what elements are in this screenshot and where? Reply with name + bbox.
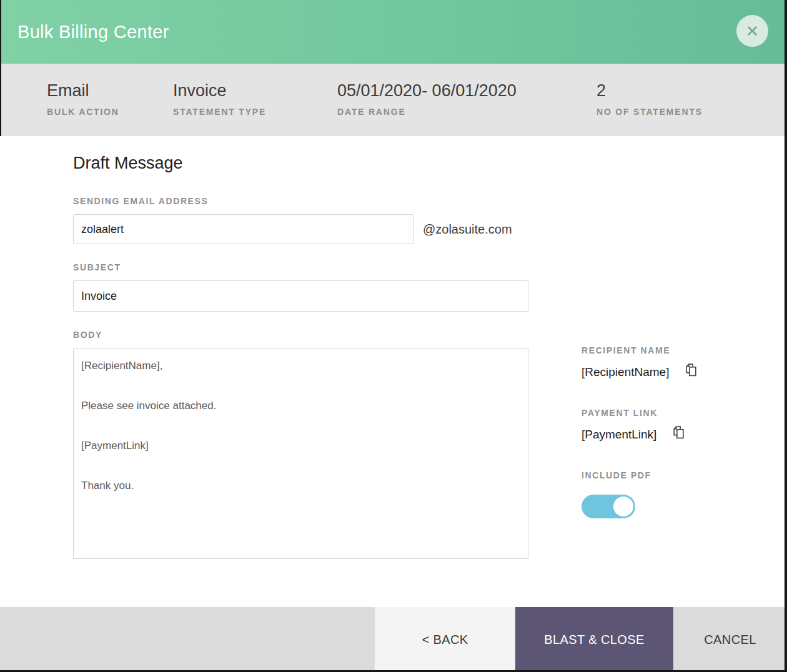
modal-title: Bulk Billing Center bbox=[17, 22, 169, 42]
back-button[interactable]: < BACK bbox=[375, 607, 515, 672]
summary-item-no-of-statements: 2 NO OF STATEMENTS bbox=[596, 81, 703, 117]
recipient-name-row: [RecipientName] bbox=[582, 365, 756, 379]
payment-link-label: PAYMENT LINK bbox=[582, 408, 756, 418]
bulk-action-value: Email bbox=[47, 81, 119, 101]
summary-item-statement-type: Invoice STATEMENT TYPE bbox=[173, 81, 266, 117]
body-textarea[interactable]: [RecipientName], Please see invoice atta… bbox=[73, 348, 528, 559]
no-of-statements-label: NO OF STATEMENTS bbox=[596, 107, 703, 117]
include-pdf-label: INCLUDE PDF bbox=[582, 470, 756, 480]
section-title: Draft Message bbox=[73, 154, 529, 173]
subject-input[interactable] bbox=[73, 280, 528, 312]
cancel-button[interactable]: CANCEL bbox=[673, 607, 787, 672]
draft-message-form: Draft Message SENDING EMAIL ADDRESS @zol… bbox=[73, 154, 529, 561]
no-of-statements-value: 2 bbox=[596, 81, 703, 101]
include-pdf-group: INCLUDE PDF bbox=[582, 470, 756, 518]
close-icon: ✕ bbox=[746, 23, 760, 39]
payment-link-row: [PaymentLink] bbox=[582, 427, 756, 442]
sending-email-label: SENDING EMAIL ADDRESS bbox=[73, 196, 529, 206]
body-label: BODY bbox=[73, 330, 529, 340]
blast-and-close-button[interactable]: BLAST & CLOSE bbox=[515, 607, 673, 672]
footer-spacer bbox=[0, 607, 375, 672]
toggle-knob-icon bbox=[613, 497, 633, 516]
draft-message-section: Draft Message SENDING EMAIL ADDRESS @zol… bbox=[0, 136, 787, 607]
close-button[interactable]: ✕ bbox=[736, 15, 768, 47]
copy-payment-link-button[interactable] bbox=[671, 425, 686, 440]
screen-edge-left bbox=[0, 0, 1, 136]
email-domain-suffix: @zolasuite.com bbox=[423, 222, 512, 237]
subject-label: SUBJECT bbox=[73, 262, 529, 272]
recipient-name-group: RECIPIENT NAME [RecipientName] bbox=[582, 345, 756, 379]
copy-icon bbox=[684, 363, 698, 377]
footer-bar: < BACK BLAST & CLOSE CANCEL bbox=[0, 607, 787, 672]
recipient-name-value: [RecipientName] bbox=[582, 365, 669, 379]
sending-email-row: @zolasuite.com bbox=[73, 214, 529, 244]
summary-item-bulk-action: Email BULK ACTION bbox=[47, 81, 119, 117]
bulk-action-label: BULK ACTION bbox=[47, 107, 119, 117]
recipient-name-label: RECIPIENT NAME bbox=[582, 345, 756, 355]
statement-type-value: Invoice bbox=[173, 81, 266, 101]
summary-bar: Email BULK ACTION Invoice STATEMENT TYPE… bbox=[0, 64, 787, 136]
include-pdf-toggle[interactable] bbox=[582, 495, 635, 518]
copy-recipient-name-button[interactable] bbox=[684, 363, 698, 377]
bulk-billing-center-modal: Bulk Billing Center ✕ Email BULK ACTION … bbox=[0, 0, 787, 672]
modal-header: Bulk Billing Center ✕ bbox=[0, 0, 787, 64]
sending-email-input[interactable] bbox=[73, 214, 413, 244]
payment-link-group: PAYMENT LINK [PaymentLink] bbox=[582, 408, 756, 442]
copy-icon bbox=[671, 425, 686, 440]
summary-item-date-range: 05/01/2020- 06/01/2020 DATE RANGE bbox=[337, 81, 517, 117]
statement-type-label: STATEMENT TYPE bbox=[173, 107, 266, 117]
screen-edge-right bbox=[785, 0, 787, 672]
merge-fields-panel: RECIPIENT NAME [RecipientName] PAYMENT L… bbox=[582, 345, 756, 547]
payment-link-value: [PaymentLink] bbox=[582, 428, 656, 442]
date-range-label: DATE RANGE bbox=[337, 107, 517, 117]
date-range-value: 05/01/2020- 06/01/2020 bbox=[337, 81, 517, 101]
